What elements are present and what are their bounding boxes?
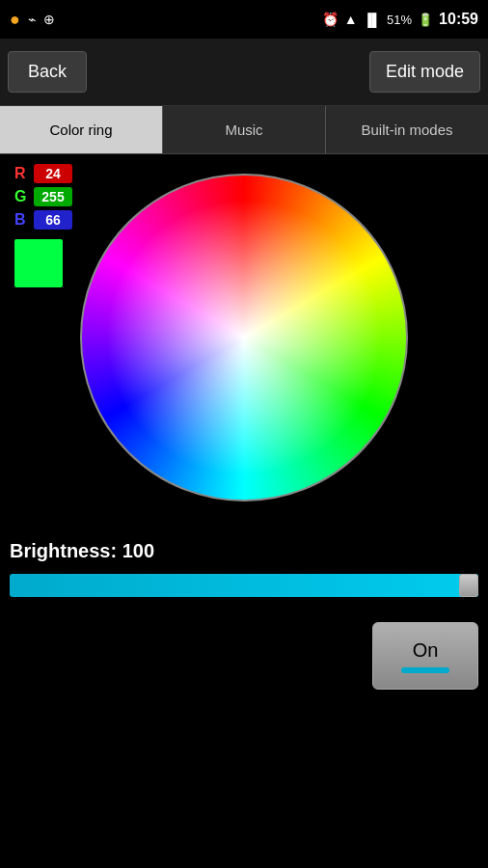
brightness-label: Brightness: 100	[10, 540, 478, 562]
tab-color-ring[interactable]: Color ring	[0, 106, 163, 153]
battery-percent: 51%	[387, 13, 412, 27]
status-left-icons: ● ⌁ ⊕	[10, 10, 55, 30]
brightness-slider[interactable]	[10, 574, 478, 603]
on-button-container: On	[0, 622, 488, 690]
tab-bar: Color ring Music Built-in modes	[0, 106, 488, 154]
on-button[interactable]: On	[372, 622, 478, 690]
on-button-label: On	[413, 639, 439, 662]
crosshair: +	[391, 224, 406, 251]
status-bar: ● ⌁ ⊕ ⏰ ▲ ▐▌ 51% 🔋 10:59	[0, 0, 488, 39]
back-button[interactable]: Back	[8, 51, 87, 93]
edit-mode-button[interactable]: Edit mode	[369, 51, 480, 93]
main-content: R 24 G 255 B 66	[0, 154, 488, 511]
color-wheel[interactable]	[80, 174, 408, 502]
circle-icon: ●	[10, 10, 20, 30]
tab-music[interactable]: Music	[163, 106, 326, 153]
status-right-icons: ⏰ ▲ ▐▌ 51% 🔋 10:59	[322, 11, 478, 28]
slider-track	[10, 574, 478, 597]
alarm-icon: ⏰	[322, 12, 339, 27]
brightness-section: Brightness: 100	[0, 540, 488, 603]
wifi-icon: ▲	[344, 12, 358, 27]
tab-built-in-modes[interactable]: Built-in modes	[326, 106, 488, 153]
title-bar: Back Edit mode	[0, 39, 488, 106]
android-icon: ⊕	[43, 12, 55, 27]
color-wheel-container[interactable]: +	[14, 174, 474, 502]
usb-icon: ⌁	[28, 12, 36, 27]
battery-icon: 🔋	[418, 13, 433, 27]
on-button-indicator	[401, 667, 449, 673]
signal-icon: ▐▌	[364, 13, 381, 27]
time-display: 10:59	[439, 11, 478, 28]
slider-thumb[interactable]	[459, 574, 478, 597]
